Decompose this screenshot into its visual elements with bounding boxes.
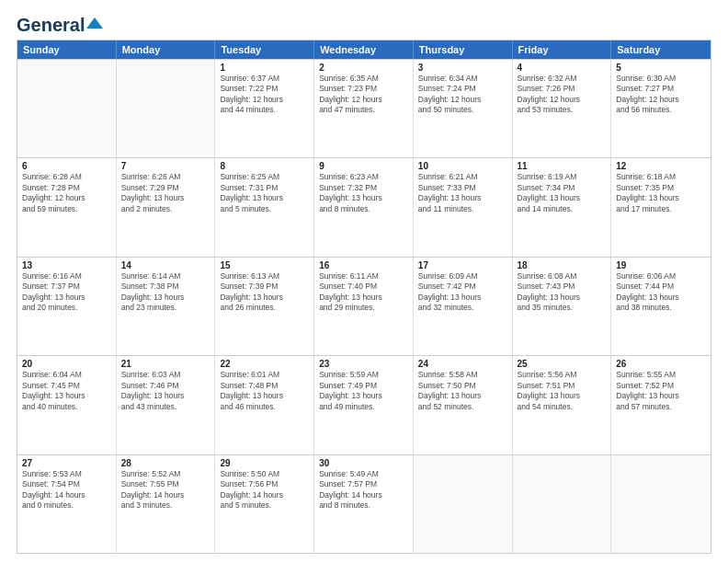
calendar-cell: 28Sunrise: 5:52 AMSunset: 7:55 PMDayligh… bbox=[117, 455, 216, 553]
header-day-friday: Friday bbox=[513, 40, 612, 59]
cell-info: Sunrise: 5:55 AMSunset: 7:52 PMDaylight:… bbox=[616, 370, 706, 412]
calendar-cell: 25Sunrise: 5:56 AMSunset: 7:51 PMDayligh… bbox=[513, 356, 612, 454]
cell-info: Sunrise: 5:49 AMSunset: 7:57 PMDaylight:… bbox=[319, 469, 408, 511]
calendar-cell: 24Sunrise: 5:58 AMSunset: 7:50 PMDayligh… bbox=[414, 356, 513, 454]
calendar-cell bbox=[611, 455, 711, 553]
cell-info: Sunrise: 6:11 AMSunset: 7:40 PMDaylight:… bbox=[319, 271, 408, 314]
calendar-cell: 12Sunrise: 6:18 AMSunset: 7:35 PMDayligh… bbox=[611, 158, 711, 256]
calendar-row-0: 1Sunrise: 6:37 AMSunset: 7:22 PMDaylight… bbox=[17, 59, 711, 157]
cell-day-number: 19 bbox=[616, 260, 706, 270]
cell-day-number: 6 bbox=[22, 161, 111, 171]
calendar-cell: 17Sunrise: 6:09 AMSunset: 7:42 PMDayligh… bbox=[414, 258, 513, 355]
header-day-monday: Monday bbox=[117, 40, 216, 59]
cell-info: Sunrise: 6:35 AMSunset: 7:23 PMDaylight:… bbox=[319, 74, 408, 116]
calendar-header: SundayMondayTuesdayWednesdayThursdayFrid… bbox=[17, 40, 711, 59]
calendar-cell: 5Sunrise: 6:30 AMSunset: 7:27 PMDaylight… bbox=[611, 60, 711, 157]
calendar-cell: 6Sunrise: 6:28 AMSunset: 7:28 PMDaylight… bbox=[17, 158, 117, 256]
header: General bbox=[17, 15, 711, 32]
calendar-cell: 22Sunrise: 6:01 AMSunset: 7:48 PMDayligh… bbox=[215, 356, 314, 454]
cell-day-number: 21 bbox=[121, 359, 210, 369]
cell-info: Sunrise: 6:26 AMSunset: 7:29 PMDaylight:… bbox=[121, 172, 210, 214]
cell-day-number: 10 bbox=[418, 161, 507, 171]
calendar: SundayMondayTuesdayWednesdayThursdayFrid… bbox=[17, 40, 711, 554]
cell-day-number: 26 bbox=[616, 359, 706, 369]
cell-day-number: 8 bbox=[220, 161, 309, 171]
calendar-cell: 19Sunrise: 6:06 AMSunset: 7:44 PMDayligh… bbox=[611, 258, 711, 355]
cell-info: Sunrise: 6:14 AMSunset: 7:38 PMDaylight:… bbox=[121, 271, 210, 314]
cell-info: Sunrise: 6:21 AMSunset: 7:33 PMDaylight:… bbox=[418, 172, 507, 214]
calendar-cell: 15Sunrise: 6:13 AMSunset: 7:39 PMDayligh… bbox=[215, 258, 314, 355]
cell-info: Sunrise: 6:01 AMSunset: 7:48 PMDaylight:… bbox=[220, 370, 309, 412]
cell-info: Sunrise: 5:53 AMSunset: 7:54 PMDaylight:… bbox=[22, 469, 111, 511]
calendar-cell: 16Sunrise: 6:11 AMSunset: 7:40 PMDayligh… bbox=[314, 258, 414, 355]
logo-icon bbox=[86, 16, 103, 32]
calendar-cell bbox=[17, 60, 117, 157]
calendar-cell: 27Sunrise: 5:53 AMSunset: 7:54 PMDayligh… bbox=[17, 455, 117, 553]
calendar-cell: 30Sunrise: 5:49 AMSunset: 7:57 PMDayligh… bbox=[314, 455, 414, 553]
cell-info: Sunrise: 6:23 AMSunset: 7:32 PMDaylight:… bbox=[319, 172, 408, 214]
cell-day-number: 30 bbox=[319, 458, 408, 468]
cell-day-number: 12 bbox=[616, 161, 706, 171]
cell-info: Sunrise: 6:19 AMSunset: 7:34 PMDaylight:… bbox=[518, 172, 607, 214]
cell-info: Sunrise: 6:18 AMSunset: 7:35 PMDaylight:… bbox=[616, 172, 706, 214]
calendar-cell: 26Sunrise: 5:55 AMSunset: 7:52 PMDayligh… bbox=[611, 356, 711, 454]
calendar-cell: 14Sunrise: 6:14 AMSunset: 7:38 PMDayligh… bbox=[117, 258, 216, 355]
cell-info: Sunrise: 5:58 AMSunset: 7:50 PMDaylight:… bbox=[418, 370, 507, 412]
calendar-cell: 2Sunrise: 6:35 AMSunset: 7:23 PMDaylight… bbox=[314, 60, 414, 157]
page: General SundayMondayTuesdayWednesdayThur… bbox=[0, 0, 728, 563]
calendar-row-1: 6Sunrise: 6:28 AMSunset: 7:28 PMDaylight… bbox=[17, 157, 711, 256]
cell-day-number: 17 bbox=[418, 260, 507, 270]
header-day-sunday: Sunday bbox=[17, 40, 117, 59]
cell-info: Sunrise: 5:59 AMSunset: 7:49 PMDaylight:… bbox=[319, 370, 408, 412]
calendar-cell: 29Sunrise: 5:50 AMSunset: 7:56 PMDayligh… bbox=[215, 455, 314, 553]
cell-day-number: 5 bbox=[616, 63, 706, 73]
calendar-cell: 18Sunrise: 6:08 AMSunset: 7:43 PMDayligh… bbox=[513, 258, 612, 355]
cell-day-number: 28 bbox=[121, 458, 210, 468]
cell-info: Sunrise: 6:25 AMSunset: 7:31 PMDaylight:… bbox=[220, 172, 309, 214]
cell-info: Sunrise: 6:30 AMSunset: 7:27 PMDaylight:… bbox=[616, 74, 706, 116]
cell-day-number: 2 bbox=[319, 63, 408, 73]
calendar-cell: 1Sunrise: 6:37 AMSunset: 7:22 PMDaylight… bbox=[215, 60, 314, 157]
header-day-wednesday: Wednesday bbox=[314, 40, 414, 59]
calendar-cell: 9Sunrise: 6:23 AMSunset: 7:32 PMDaylight… bbox=[314, 158, 414, 256]
cell-day-number: 27 bbox=[22, 458, 111, 468]
calendar-cell: 10Sunrise: 6:21 AMSunset: 7:33 PMDayligh… bbox=[414, 158, 513, 256]
cell-day-number: 1 bbox=[220, 63, 309, 73]
cell-info: Sunrise: 6:08 AMSunset: 7:43 PMDaylight:… bbox=[518, 271, 607, 314]
cell-info: Sunrise: 6:06 AMSunset: 7:44 PMDaylight:… bbox=[616, 271, 706, 314]
cell-info: Sunrise: 6:32 AMSunset: 7:26 PMDaylight:… bbox=[518, 74, 607, 116]
calendar-cell: 3Sunrise: 6:34 AMSunset: 7:24 PMDaylight… bbox=[414, 60, 513, 157]
cell-day-number: 3 bbox=[418, 63, 507, 73]
cell-day-number: 22 bbox=[220, 359, 309, 369]
header-day-tuesday: Tuesday bbox=[215, 40, 314, 59]
cell-info: Sunrise: 6:03 AMSunset: 7:46 PMDaylight:… bbox=[121, 370, 210, 412]
cell-info: Sunrise: 5:50 AMSunset: 7:56 PMDaylight:… bbox=[220, 469, 309, 511]
calendar-cell: 8Sunrise: 6:25 AMSunset: 7:31 PMDaylight… bbox=[215, 158, 314, 256]
calendar-row-4: 27Sunrise: 5:53 AMSunset: 7:54 PMDayligh… bbox=[17, 454, 711, 553]
calendar-cell: 4Sunrise: 6:32 AMSunset: 7:26 PMDaylight… bbox=[513, 60, 612, 157]
calendar-cell: 11Sunrise: 6:19 AMSunset: 7:34 PMDayligh… bbox=[513, 158, 612, 256]
cell-day-number: 7 bbox=[121, 161, 210, 171]
cell-info: Sunrise: 6:37 AMSunset: 7:22 PMDaylight:… bbox=[220, 74, 309, 116]
cell-day-number: 23 bbox=[319, 359, 408, 369]
calendar-row-3: 20Sunrise: 6:04 AMSunset: 7:45 PMDayligh… bbox=[17, 355, 711, 454]
calendar-body: 1Sunrise: 6:37 AMSunset: 7:22 PMDaylight… bbox=[17, 59, 711, 553]
cell-info: Sunrise: 6:13 AMSunset: 7:39 PMDaylight:… bbox=[220, 271, 309, 314]
calendar-row-2: 13Sunrise: 6:16 AMSunset: 7:37 PMDayligh… bbox=[17, 257, 711, 355]
cell-day-number: 18 bbox=[518, 260, 607, 270]
cell-day-number: 11 bbox=[518, 161, 607, 171]
cell-info: Sunrise: 6:16 AMSunset: 7:37 PMDaylight:… bbox=[22, 271, 111, 314]
calendar-cell: 23Sunrise: 5:59 AMSunset: 7:49 PMDayligh… bbox=[314, 356, 414, 454]
header-day-thursday: Thursday bbox=[414, 40, 513, 59]
calendar-cell: 20Sunrise: 6:04 AMSunset: 7:45 PMDayligh… bbox=[17, 356, 117, 454]
logo: General bbox=[17, 15, 103, 32]
cell-day-number: 4 bbox=[518, 63, 607, 73]
cell-day-number: 13 bbox=[22, 260, 111, 270]
calendar-cell bbox=[414, 455, 513, 553]
cell-day-number: 16 bbox=[319, 260, 408, 270]
cell-day-number: 14 bbox=[121, 260, 210, 270]
cell-day-number: 25 bbox=[518, 359, 607, 369]
cell-day-number: 9 bbox=[319, 161, 408, 171]
cell-day-number: 24 bbox=[418, 359, 507, 369]
cell-day-number: 20 bbox=[22, 359, 111, 369]
